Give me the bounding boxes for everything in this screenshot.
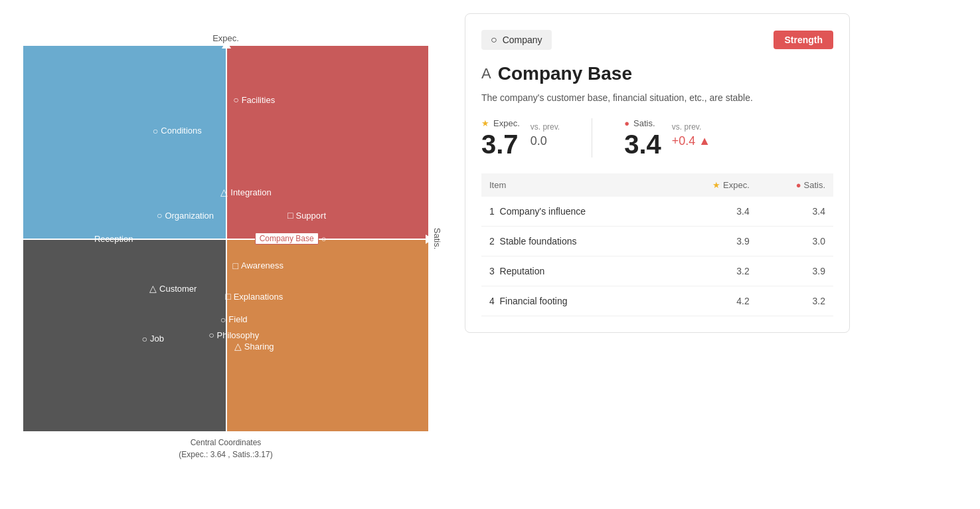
point-label: Awareness bbox=[241, 260, 284, 270]
company-base-label: Company Base bbox=[255, 233, 319, 245]
row-name: 4 Financial footing bbox=[481, 286, 669, 316]
satis-label-row: ● Satis. bbox=[624, 118, 661, 128]
th-dot-icon: ● bbox=[796, 180, 801, 190]
dot-icon: ● bbox=[624, 118, 629, 128]
chart-point-support: □Support bbox=[287, 210, 326, 221]
satis-label: Satis. bbox=[633, 118, 655, 128]
point-symbol: □ bbox=[287, 210, 293, 221]
row-name: 2 Stable foundations bbox=[481, 227, 669, 256]
chart-point-customer: △Customer bbox=[149, 283, 197, 294]
point-symbol: □ bbox=[225, 291, 230, 302]
point-symbol: ○ bbox=[321, 234, 327, 244]
col-expec-header: ★ Expec. bbox=[669, 173, 758, 197]
point-label: Customer bbox=[159, 284, 197, 294]
point-label: Philosophy bbox=[217, 330, 260, 340]
item-title-row: A Company Base bbox=[481, 63, 833, 84]
point-symbol: ○ bbox=[220, 314, 226, 325]
point-symbol: △ bbox=[220, 187, 228, 197]
row-satis: 3.2 bbox=[758, 286, 833, 316]
chart-point-explanations: □Explanations bbox=[225, 291, 283, 302]
company-circle-icon: ○ bbox=[491, 34, 497, 46]
table-row: 2 Stable foundations 3.9 3.0 bbox=[481, 227, 833, 256]
point-symbol: ○ bbox=[157, 210, 162, 221]
point-symbol: ○ bbox=[208, 330, 214, 340]
point-symbol: △ bbox=[149, 283, 157, 294]
point-symbol: △ bbox=[234, 341, 242, 352]
item-title-text: Company Base bbox=[498, 63, 632, 84]
chart-bottom-label: Central Coordinates(Expec.: 3.64 , Satis… bbox=[13, 437, 438, 460]
satis-axis-label: Satis. bbox=[432, 228, 442, 250]
point-label: Organization bbox=[165, 211, 214, 221]
quadrant-top-right bbox=[226, 46, 428, 239]
chart-point-facilities: ○Facilities bbox=[233, 94, 275, 105]
expec-value: 3.7 bbox=[481, 131, 520, 157]
point-label: Conditions bbox=[161, 126, 201, 136]
metrics-row: ★ Expec. 3.7 vs. prev. 0.0 ● Satis. 3.4 bbox=[481, 118, 833, 157]
expec-label-row: ★ Expec. bbox=[481, 118, 520, 128]
star-icon: ★ bbox=[481, 118, 489, 128]
satis-vs-value: +0.4 ▲ bbox=[672, 134, 710, 148]
data-table: Item ★ Expec. ● Satis. 1 Company's influ… bbox=[481, 173, 833, 316]
th-star-icon: ★ bbox=[712, 180, 720, 190]
point-label: Integration bbox=[230, 187, 271, 197]
chart-area: ○Facilities○Conditions△Integration○Organ… bbox=[23, 46, 428, 431]
strength-badge: Strength bbox=[774, 31, 833, 49]
chart-container: Expec. ○Facilities○Conditions△Integratio… bbox=[13, 13, 438, 500]
chart-point-conditions: ○Conditions bbox=[153, 126, 202, 136]
col-item-header: Item bbox=[481, 173, 669, 197]
chart-point-field: ○Field bbox=[220, 314, 248, 325]
detail-panel: ○ Company Strength A Company Base The co… bbox=[465, 13, 850, 333]
row-name: 1 Company's influence bbox=[481, 197, 669, 227]
table-row: 1 Company's influence 3.4 3.4 bbox=[481, 197, 833, 227]
item-description: The company's customer base, financial s… bbox=[481, 91, 833, 105]
point-label: Support bbox=[295, 211, 326, 221]
col-satis-header: ● Satis. bbox=[758, 173, 833, 197]
row-expec: 3.9 bbox=[669, 227, 758, 256]
row-expec: 3.2 bbox=[669, 256, 758, 286]
quadrant-bottom-left bbox=[23, 239, 226, 431]
point-symbol: ○ bbox=[153, 126, 158, 136]
point-symbol: □ bbox=[233, 260, 238, 271]
row-satis: 3.0 bbox=[758, 227, 833, 256]
satis-vs-group: vs. prev. +0.4 ▲ bbox=[672, 118, 710, 148]
expec-metric-group: ★ Expec. 3.7 vs. prev. 0.0 bbox=[481, 118, 560, 157]
expec-vs-value: 0.0 bbox=[531, 134, 560, 148]
satis-vs-label: vs. prev. bbox=[672, 122, 710, 132]
company-badge-label: Company bbox=[503, 35, 542, 45]
point-label: Reception bbox=[94, 234, 133, 244]
chart-point-sharing: △Sharing bbox=[234, 341, 274, 352]
point-label: Field bbox=[228, 314, 247, 324]
table-row: 3 Reputation 3.2 3.9 bbox=[481, 256, 833, 286]
table-row: 4 Financial footing 4.2 3.2 bbox=[481, 286, 833, 316]
expec-vs-group: vs. prev. 0.0 bbox=[531, 118, 560, 148]
row-satis: 3.4 bbox=[758, 197, 833, 227]
row-expec: 4.2 bbox=[669, 286, 758, 316]
chart-point-company-base: Company Base○ bbox=[255, 233, 327, 245]
panel-header: ○ Company Strength bbox=[481, 30, 833, 50]
point-symbol: ○ bbox=[233, 94, 238, 105]
row-satis: 3.9 bbox=[758, 256, 833, 286]
satis-value: 3.4 bbox=[624, 131, 661, 157]
y-axis bbox=[226, 46, 227, 431]
chart-point-integration: △Integration bbox=[220, 187, 271, 197]
point-label: Job bbox=[150, 334, 164, 344]
row-name: 3 Reputation bbox=[481, 256, 669, 286]
table-header-row: Item ★ Expec. ● Satis. bbox=[481, 173, 833, 197]
chart-point-awareness: □Awareness bbox=[233, 260, 284, 271]
metrics-divider bbox=[592, 118, 592, 157]
row-expec: 3.4 bbox=[669, 197, 758, 227]
point-symbol: ○ bbox=[141, 334, 147, 344]
arrow-up-icon bbox=[222, 41, 231, 49]
chart-point-philosophy: ○Philosophy bbox=[208, 330, 259, 340]
chart-point-reception: Reception bbox=[92, 234, 133, 244]
point-label: Sharing bbox=[244, 342, 274, 352]
company-badge: ○ Company bbox=[481, 30, 552, 50]
point-label: Explanations bbox=[234, 292, 283, 302]
chart-point-job: ○Job bbox=[141, 334, 163, 344]
item-letter: A bbox=[481, 65, 491, 82]
point-label: Facilities bbox=[242, 95, 276, 105]
chart-point-organization: ○Organization bbox=[157, 210, 214, 221]
satis-metric-group: ● Satis. 3.4 vs. prev. +0.4 ▲ bbox=[624, 118, 710, 157]
expec-vs-label: vs. prev. bbox=[531, 122, 560, 132]
expec-label: Expec. bbox=[493, 118, 520, 128]
